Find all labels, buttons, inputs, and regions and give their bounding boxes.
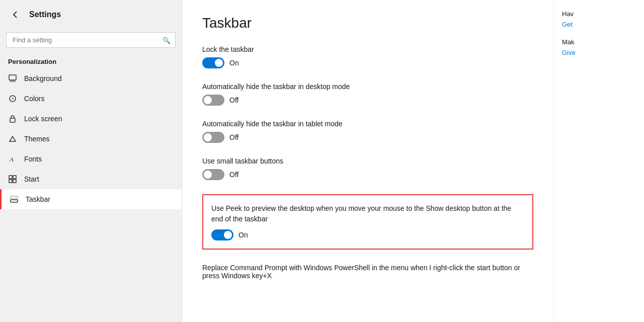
toggle-knob [204,171,212,179]
svg-point-3 [12,98,14,100]
auto-hide-desktop-state: Off [229,96,238,104]
start-icon [8,175,17,184]
right-panel: Hav Get Mak Give [553,0,644,322]
peek-state: On [238,231,248,239]
right-panel-section-2: Mak Give [562,38,636,56]
sidebar-item-taskbar[interactable]: Taskbar [0,189,182,209]
toggle-knob [224,231,232,239]
lock-taskbar-state: On [229,59,239,67]
search-icon: 🔍 [163,36,171,44]
right-panel-text-2: Mak [562,38,636,46]
colors-label: Colors [24,95,44,103]
small-buttons-label: Use small taskbar buttons [202,157,533,165]
sidebar-title: Settings [29,10,61,19]
taskbar-icon [10,195,19,204]
auto-hide-tablet-label: Automatically hide the taskbar in tablet… [202,120,533,128]
toggle-knob [215,59,223,67]
svg-rect-0 [9,75,16,80]
sidebar: Settings 🔍 Personalization Background Co… [0,0,182,322]
auto-hide-desktop-setting: Automatically hide the taskbar in deskto… [202,83,533,106]
sidebar-item-lockscreen[interactable]: Lock screen [0,109,182,129]
right-panel-text-1: Hav [562,10,636,18]
lock-taskbar-label: Lock the taskbar [202,45,533,53]
lockscreen-label: Lock screen [24,115,62,123]
start-label: Start [24,175,39,183]
themes-label: Themes [24,135,50,143]
small-buttons-toggle-row: Off [202,169,533,180]
powershell-label: Replace Command Prompt with Windows Powe… [202,264,533,280]
svg-rect-10 [11,200,18,202]
right-panel-link-1[interactable]: Get [562,21,636,28]
auto-hide-desktop-toggle-row: Off [202,95,533,106]
auto-hide-tablet-setting: Automatically hide the taskbar in tablet… [202,120,533,143]
svg-rect-4 [10,118,15,122]
sidebar-item-themes[interactable]: Themes [0,129,182,149]
lock-taskbar-toggle[interactable] [202,57,224,68]
peek-label: Use Peek to preview the desktop when you… [211,203,524,224]
right-panel-link-2[interactable]: Give [562,49,636,56]
sidebar-header: Settings [0,0,182,29]
auto-hide-desktop-label: Automatically hide the taskbar in deskto… [202,83,533,91]
themes-icon [8,134,17,143]
background-icon [8,74,17,83]
svg-rect-6 [9,176,12,179]
page-title: Taskbar [202,15,533,31]
back-button[interactable] [8,7,23,22]
peek-toggle[interactable] [211,229,233,240]
sidebar-item-start[interactable]: Start [0,169,182,189]
svg-rect-11 [11,196,18,199]
fonts-label: Fonts [24,155,42,163]
svg-rect-9 [13,180,16,183]
search-box[interactable]: 🔍 [6,32,176,48]
toggle-knob [204,133,212,141]
background-label: Background [24,74,62,83]
svg-text:A: A [9,155,14,163]
powershell-setting: Replace Command Prompt with Windows Powe… [202,264,533,280]
svg-rect-7 [13,176,16,179]
taskbar-label: Taskbar [26,195,50,203]
sidebar-item-background[interactable]: Background [0,68,182,89]
lock-taskbar-setting: Lock the taskbar On [202,45,533,68]
small-buttons-setting: Use small taskbar buttons Off [202,157,533,180]
svg-rect-1 [10,80,16,82]
small-buttons-state: Off [229,171,238,179]
small-buttons-toggle[interactable] [202,169,224,180]
peek-toggle-row: On [211,229,524,240]
lockscreen-icon [8,114,17,123]
colors-icon [8,94,17,103]
search-input[interactable] [6,32,176,48]
lock-taskbar-toggle-row: On [202,57,533,68]
section-label: Personalization [0,53,182,68]
auto-hide-tablet-toggle[interactable] [202,132,224,143]
auto-hide-tablet-toggle-row: Off [202,132,533,143]
auto-hide-desktop-toggle[interactable] [202,95,224,106]
main-content: Taskbar Lock the taskbar On Automaticall… [182,0,553,322]
peek-section: Use Peek to preview the desktop when you… [202,194,533,250]
auto-hide-tablet-state: Off [229,133,238,141]
fonts-icon: A [8,154,17,164]
right-panel-section-1: Hav Get [562,10,636,28]
sidebar-item-fonts[interactable]: A Fonts [0,149,182,169]
sidebar-item-colors[interactable]: Colors [0,89,182,109]
svg-rect-8 [9,180,12,183]
toggle-knob [204,96,212,104]
